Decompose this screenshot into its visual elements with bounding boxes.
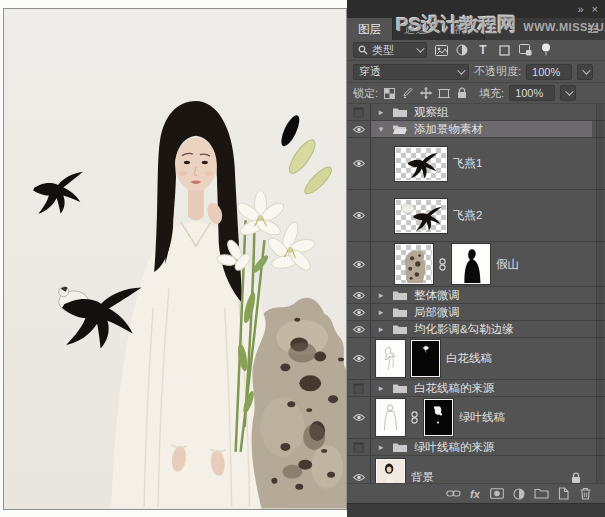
- layer-styles-icon[interactable]: fx: [467, 486, 483, 502]
- visibility-toggle[interactable]: [347, 397, 371, 438]
- layer-name[interactable]: 整体微调: [414, 288, 460, 303]
- layer-name[interactable]: 绿叶线稿: [459, 410, 505, 425]
- folder-closed-icon: [392, 382, 408, 394]
- expand-arrow-icon[interactable]: ▾: [376, 124, 386, 134]
- layer-row-rockery[interactable]: 假山: [347, 242, 605, 287]
- layer-mask-thumbnail-rockery[interactable]: [452, 244, 490, 284]
- layer-name[interactable]: 绿叶线稿的来源: [414, 440, 495, 455]
- layer-name[interactable]: 白花线稿的来源: [414, 381, 495, 396]
- eye-icon: [352, 159, 366, 168]
- visibility-toggle[interactable]: [347, 138, 371, 189]
- layer-thumbnail-swallow-1[interactable]: [395, 147, 447, 181]
- layer-name[interactable]: 白花线稿: [446, 351, 492, 366]
- document-canvas[interactable]: [3, 8, 347, 510]
- layer-row-add-scenery-group[interactable]: ▾ 添加景物素材: [347, 121, 605, 138]
- filter-pixel-layer-icon[interactable]: [434, 43, 448, 57]
- visibility-toggle[interactable]: [347, 104, 371, 120]
- layer-row-green-leaf-source-group[interactable]: ▸ 绿叶线稿的来源: [347, 439, 605, 456]
- visibility-toggle[interactable]: [347, 287, 371, 303]
- new-layer-icon[interactable]: [555, 486, 571, 502]
- close-panel-icon[interactable]: ×: [592, 4, 598, 15]
- link-layers-icon[interactable]: [445, 486, 461, 502]
- visibility-toggle[interactable]: [347, 190, 371, 241]
- collapse-panel-icon[interactable]: »: [577, 4, 583, 15]
- layer-name[interactable]: 背景: [411, 470, 434, 483]
- layer-thumbnail-white-flower-lineart[interactable]: [376, 340, 405, 377]
- filter-adjustment-layer-icon[interactable]: [455, 43, 469, 57]
- fill-dropdown-button[interactable]: [560, 85, 576, 101]
- layer-name[interactable]: 均化影调&勾勒边缘: [414, 322, 514, 337]
- expand-arrow-icon[interactable]: ▸: [376, 324, 386, 334]
- visibility-toggle[interactable]: [347, 439, 371, 455]
- layer-mask-thumbnail-white-flower[interactable]: [411, 340, 440, 377]
- tab-channels[interactable]: 通道: [393, 18, 439, 40]
- new-group-icon[interactable]: [533, 486, 549, 502]
- visibility-toggle[interactable]: [347, 321, 371, 337]
- lock-pixels-brush-icon[interactable]: [401, 87, 414, 100]
- layer-thumbnail-rockery[interactable]: [395, 244, 433, 284]
- blend-mode-dropdown[interactable]: 穿透: [353, 64, 469, 80]
- expand-arrow-icon[interactable]: ▸: [376, 442, 386, 452]
- document-area: [0, 0, 347, 517]
- folder-closed-icon: [392, 289, 408, 301]
- layer-thumbnail-green-leaf-lineart[interactable]: [376, 399, 405, 436]
- lock-position-move-icon[interactable]: [419, 87, 432, 100]
- expand-arrow-icon[interactable]: ▸: [376, 307, 386, 317]
- visibility-toggle[interactable]: [347, 121, 371, 137]
- layers-panel: » × 图层 通道 路径 类型: [347, 0, 605, 517]
- layer-row-observe-group[interactable]: ▸ 观察组: [347, 104, 605, 121]
- chevron-down-icon: [457, 66, 465, 74]
- filter-kind-dropdown[interactable]: 类型: [353, 42, 427, 58]
- visibility-toggle[interactable]: [347, 304, 371, 320]
- layer-row-tone-outline-group[interactable]: ▸ 均化影调&勾勒边缘: [347, 321, 605, 338]
- layer-thumbnail-background-photo[interactable]: [376, 459, 405, 483]
- filter-toggle-switch[interactable]: [539, 43, 553, 57]
- search-icon: [358, 45, 368, 55]
- visibility-toggle[interactable]: [347, 380, 371, 396]
- tab-layers[interactable]: 图层: [347, 18, 393, 40]
- tab-spacer: [485, 18, 581, 40]
- layer-name[interactable]: 飞燕2: [453, 208, 482, 223]
- layer-thumbnail-swallow-2[interactable]: [395, 199, 447, 233]
- opacity-dropdown-button[interactable]: [577, 64, 593, 80]
- layer-name[interactable]: 局部微调: [414, 305, 460, 320]
- opacity-input[interactable]: 100%: [526, 64, 572, 80]
- layer-row-overall-tuning-group[interactable]: ▸ 整体微调: [347, 287, 605, 304]
- layer-name[interactable]: 假山: [496, 257, 519, 272]
- expand-arrow-icon[interactable]: ▸: [376, 107, 386, 117]
- rockery-stone: [252, 298, 346, 509]
- panel-menu-icon[interactable]: [581, 18, 605, 40]
- lock-transparency-icon[interactable]: [383, 87, 396, 100]
- layer-row-swallow-2[interactable]: 飞燕2: [347, 190, 605, 242]
- layer-mask-thumbnail-green-leaf[interactable]: [424, 399, 453, 436]
- add-layer-mask-icon[interactable]: [489, 486, 505, 502]
- filter-type-layer-icon[interactable]: T: [476, 43, 490, 57]
- visibility-toggle[interactable]: [347, 242, 371, 286]
- tab-paths-label: 路径: [450, 22, 473, 37]
- layer-name[interactable]: 添加景物素材: [414, 122, 483, 137]
- filter-smart-object-icon[interactable]: [518, 43, 532, 57]
- layer-row-green-leaf-lineart[interactable]: 绿叶线稿: [347, 397, 605, 439]
- panel-title-bar: » ×: [347, 0, 605, 18]
- tab-paths[interactable]: 路径: [439, 18, 485, 40]
- layer-row-local-tuning-group[interactable]: ▸ 局部微调: [347, 304, 605, 321]
- layer-row-swallow-1[interactable]: 飞燕1: [347, 138, 605, 190]
- fill-input[interactable]: 100%: [509, 85, 555, 101]
- delete-layer-trash-icon[interactable]: [577, 486, 593, 502]
- filter-shape-layer-icon[interactable]: [497, 43, 511, 57]
- new-adjustment-layer-icon[interactable]: [511, 486, 527, 502]
- layer-row-white-flower-source-group[interactable]: ▸ 白花线稿的来源: [347, 380, 605, 397]
- visibility-toggle[interactable]: [347, 338, 371, 379]
- expand-arrow-icon[interactable]: ▸: [376, 290, 386, 300]
- layer-name[interactable]: 飞燕1: [453, 156, 482, 171]
- photoshop-workspace: » × 图层 通道 路径 类型: [0, 0, 605, 517]
- layer-row-white-flower-lineart[interactable]: 白花线稿: [347, 338, 605, 380]
- mask-link-icon[interactable]: [439, 258, 446, 271]
- layer-name[interactable]: 观察组: [414, 105, 449, 120]
- visibility-toggle[interactable]: [347, 456, 371, 483]
- layer-row-background[interactable]: 背景: [347, 456, 605, 483]
- lock-artboard-icon[interactable]: [437, 87, 450, 100]
- expand-arrow-icon[interactable]: ▸: [376, 383, 386, 393]
- mask-link-icon[interactable]: [411, 411, 418, 424]
- lock-all-padlock-icon[interactable]: [455, 87, 468, 100]
